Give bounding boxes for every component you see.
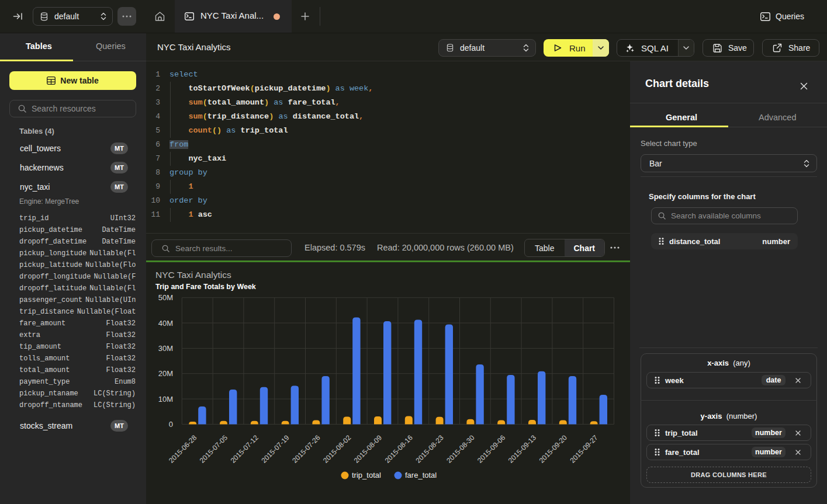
- svg-text:2015-08-30: 2015-08-30: [445, 433, 476, 465]
- svg-text:2015-07-26: 2015-07-26: [290, 433, 322, 465]
- svg-text:40M: 40M: [158, 319, 173, 328]
- svg-text:30M: 30M: [158, 344, 173, 353]
- svg-text:2015-09-27: 2015-09-27: [568, 433, 600, 465]
- svg-text:50M: 50M: [158, 293, 173, 302]
- svg-text:20M: 20M: [158, 369, 173, 378]
- svg-text:2015-07-19: 2015-07-19: [259, 433, 291, 465]
- svg-text:2015-08-09: 2015-08-09: [352, 433, 384, 465]
- svg-text:2015-08-16: 2015-08-16: [383, 433, 415, 465]
- svg-text:trip_total: trip_total: [352, 471, 381, 479]
- svg-text:2015-06-28: 2015-06-28: [167, 433, 199, 465]
- svg-text:2015-07-12: 2015-07-12: [229, 433, 261, 465]
- svg-text:2015-09-20: 2015-09-20: [538, 433, 569, 465]
- svg-text:2015-09-06: 2015-09-06: [476, 433, 507, 465]
- svg-text:0: 0: [169, 420, 173, 429]
- svg-text:2015-08-23: 2015-08-23: [414, 433, 445, 465]
- svg-text:2015-07-05: 2015-07-05: [198, 433, 230, 465]
- svg-text:fare_total: fare_total: [405, 471, 437, 479]
- svg-text:2015-08-02: 2015-08-02: [321, 433, 353, 465]
- svg-text:10M: 10M: [158, 395, 173, 404]
- svg-text:2015-09-13: 2015-09-13: [507, 433, 538, 465]
